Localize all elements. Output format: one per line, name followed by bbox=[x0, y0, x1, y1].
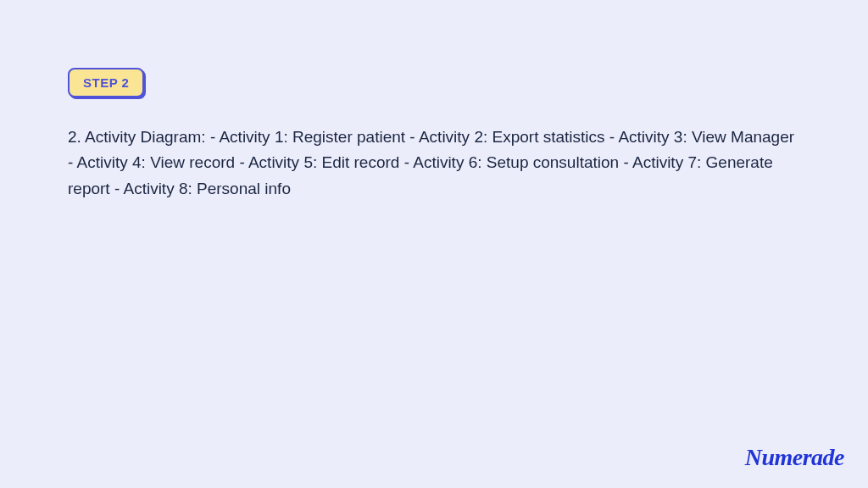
step-body-text: 2. Activity Diagram: - Activity 1: Regis… bbox=[68, 125, 800, 202]
step-badge: STEP 2 bbox=[68, 68, 144, 97]
brand-logo: Numerade bbox=[745, 444, 844, 471]
content-area: STEP 2 2. Activity Diagram: - Activity 1… bbox=[0, 0, 868, 202]
